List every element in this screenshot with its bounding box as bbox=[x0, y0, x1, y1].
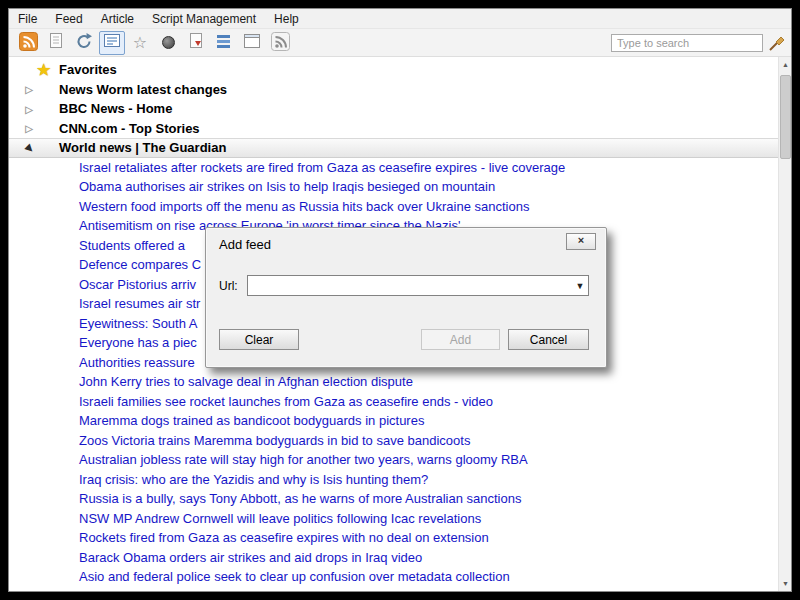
menu-file[interactable]: File bbox=[9, 10, 46, 28]
add-feed-dialog: Add feed × Url: ▼ Clear Add Cancel bbox=[205, 227, 607, 368]
refresh-feeds-button[interactable] bbox=[71, 31, 97, 55]
close-icon: × bbox=[578, 234, 584, 246]
article-item[interactable]: John Kerry tries to salvage deal in Afgh… bbox=[9, 372, 778, 392]
menu-article[interactable]: Article bbox=[92, 10, 143, 28]
chevron-down-icon[interactable]: ▼ bbox=[572, 281, 588, 291]
article-item[interactable]: Western food imports off the menu as Rus… bbox=[9, 197, 778, 217]
article-item[interactable]: Maremma dogs trained as bandicoot bodygu… bbox=[9, 411, 778, 431]
menu-help[interactable]: Help bbox=[265, 10, 308, 28]
tree-item-cnn[interactable]: CNN.com - Top Stories bbox=[9, 119, 778, 139]
dialog-title: Add feed bbox=[219, 237, 271, 252]
export-feed-icon bbox=[187, 32, 205, 53]
rss-feed-button[interactable] bbox=[267, 31, 293, 55]
add-feed-button[interactable] bbox=[15, 31, 41, 55]
vertical-scrollbar[interactable] bbox=[778, 57, 791, 591]
script-list-button[interactable] bbox=[211, 31, 237, 55]
expand-expanded-icon[interactable] bbox=[21, 137, 37, 159]
tree-item-label: World news | The Guardian bbox=[59, 138, 226, 158]
url-input[interactable] bbox=[248, 277, 572, 294]
cancel-button[interactable]: Cancel bbox=[508, 329, 589, 350]
tree-item-label: CNN.com - Top Stories bbox=[59, 119, 200, 139]
search-input[interactable] bbox=[611, 34, 763, 52]
globe-icon bbox=[162, 36, 175, 49]
menu-script-management[interactable]: Script Management bbox=[143, 10, 265, 28]
article-item[interactable]: Obama authorises air strikes on Isis to … bbox=[9, 177, 778, 197]
url-combobox[interactable]: ▼ bbox=[247, 275, 589, 296]
article-item[interactable]: Russia is a bully, says Tony Abbott, as … bbox=[9, 489, 778, 509]
article-item[interactable]: Asio and federal police seek to clear up… bbox=[9, 567, 778, 587]
article-item[interactable]: Barack Obama orders air strikes and aid … bbox=[9, 548, 778, 568]
dialog-buttons: Clear Add Cancel bbox=[219, 329, 589, 350]
rss-feed-icon bbox=[271, 32, 290, 54]
menu-feed[interactable]: Feed bbox=[46, 10, 91, 28]
tree-item-label: News Worm latest changes bbox=[59, 80, 227, 100]
favorites-star-icon: ☆ bbox=[133, 35, 147, 51]
url-row: Url: ▼ bbox=[219, 275, 589, 296]
article-item[interactable]: NSW MP Andrew Cornwell will leave politi… bbox=[9, 509, 778, 529]
favorites-gold-star-icon: ★ bbox=[37, 62, 50, 77]
tree-item-guardian-world-news[interactable]: World news | The Guardian bbox=[9, 138, 778, 158]
browse-button[interactable] bbox=[155, 31, 181, 55]
expand-collapsed-icon[interactable] bbox=[21, 79, 37, 100]
screen-frame: File Feed Article Script Management Help bbox=[0, 0, 800, 600]
layout-panel-icon bbox=[243, 32, 261, 53]
url-label: Url: bbox=[219, 279, 247, 293]
article-item[interactable]: Iraq crisis: who are the Yazidis and why… bbox=[9, 470, 778, 490]
scroll-down-button[interactable] bbox=[779, 576, 792, 591]
search-area bbox=[611, 34, 785, 52]
article-item[interactable]: Australian jobless rate will stay high f… bbox=[9, 450, 778, 470]
article-item[interactable]: Zoos Victoria trains Maremma bodyguards … bbox=[9, 431, 778, 451]
tree-item-bbc-news[interactable]: BBC News - Home bbox=[9, 99, 778, 119]
toolbar: ☆ bbox=[9, 29, 791, 57]
tree-item-label: BBC News - Home bbox=[59, 99, 172, 119]
refresh-icon bbox=[75, 32, 93, 53]
expand-collapsed-icon[interactable] bbox=[21, 118, 37, 139]
clear-button[interactable]: Clear bbox=[219, 329, 299, 350]
tree-item-label: Favorites bbox=[59, 60, 117, 80]
layout-panel-button[interactable] bbox=[239, 31, 265, 55]
article-list-view-button[interactable] bbox=[99, 31, 125, 55]
scroll-up-button[interactable] bbox=[779, 57, 792, 72]
article-item[interactable]: Rockets fired from Gaza as ceasefire exp… bbox=[9, 528, 778, 548]
favorites-button[interactable]: ☆ bbox=[127, 31, 153, 55]
add-feed-icon bbox=[19, 32, 38, 54]
article-item[interactable]: Israeli families see rocket launches fro… bbox=[9, 392, 778, 412]
dialog-close-button[interactable]: × bbox=[566, 233, 596, 250]
feed-page-icon bbox=[47, 32, 65, 53]
scrollbar-thumb[interactable] bbox=[780, 75, 791, 159]
menu-bar: File Feed Article Script Management Help bbox=[9, 9, 791, 29]
expand-collapsed-icon[interactable] bbox=[21, 99, 37, 120]
feed-page-button[interactable] bbox=[43, 31, 69, 55]
clear-search-broom-icon[interactable] bbox=[767, 34, 785, 52]
tree-item-news-worm[interactable]: News Worm latest changes bbox=[9, 80, 778, 100]
export-feed-button[interactable] bbox=[183, 31, 209, 55]
article-list-view-icon bbox=[103, 32, 121, 53]
tree-item-favorites[interactable]: ★ Favorites bbox=[9, 60, 778, 80]
add-button[interactable]: Add bbox=[421, 329, 500, 350]
script-list-icon bbox=[215, 32, 233, 53]
article-item[interactable]: Israel retaliates after rockets are fire… bbox=[9, 158, 778, 178]
